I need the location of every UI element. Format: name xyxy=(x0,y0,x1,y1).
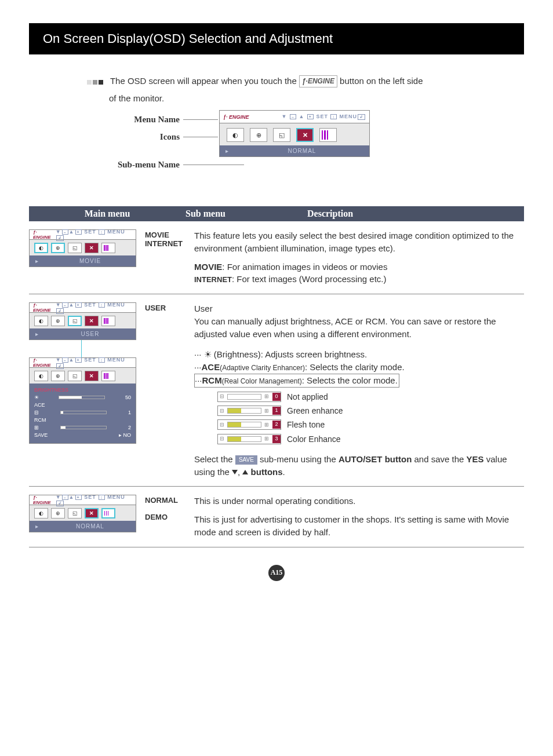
movie-icon: ◐ xyxy=(34,508,48,518)
th-main-menu: Main menu xyxy=(29,209,185,219)
ace-label: ACE xyxy=(34,402,131,408)
internet-icon: ⊕ xyxy=(51,316,65,326)
submenu-movie: MOVIE xyxy=(145,231,194,239)
section-normal: ƒ∙ ENGINE ▼–▲+ SET ↕ MENU↲ ◐ ⊕ ◱ ✕ ▸NORM… xyxy=(29,487,524,547)
osd-preview-main: ƒ∙ ENGINE ▼ – ▲ + SET ↕ MENU↲ ◐ ⊕ ◱ ✕ ▸N… xyxy=(219,110,370,157)
user-icon: ◱ xyxy=(68,508,82,518)
rcm-opt-3: Color Enhance xyxy=(287,433,341,445)
normal-icon: ✕ xyxy=(85,316,99,326)
user-icon: ◱ xyxy=(68,316,82,326)
up-triangle-icon xyxy=(242,470,248,474)
demo-icon xyxy=(101,316,115,326)
user-desc: You can manually adjust brightness, ACE … xyxy=(194,315,518,341)
user-icon: ◱ xyxy=(273,128,290,142)
rcm-opt-1: Green enhance xyxy=(287,405,343,417)
normal-icon: ✕ xyxy=(296,128,314,142)
table-header-row: Main menu Sub menu Description xyxy=(29,206,524,221)
submenu-internet: INTERNET xyxy=(145,239,194,248)
osd-nav-icons: ▼ – ▲ + SET ↕ MENU↲ xyxy=(282,114,366,120)
section-movie: ƒ∙ ENGINE ▼–▲+ SET ↕ MENU↲ ◐ ⊕ ◱ ✕ ▸MOVI… xyxy=(29,221,524,294)
intro-text: The OSD screen will appear when you touc… xyxy=(87,74,524,89)
internet-icon: ⊕ xyxy=(250,128,267,142)
label-icons: Icons xyxy=(133,132,180,142)
demo-desc: This is just for advertising to customer… xyxy=(194,513,518,539)
intro-pre: The OSD screen will appear when you touc… xyxy=(110,76,297,86)
rcm-label: RCM xyxy=(34,417,131,423)
demo-icon xyxy=(101,243,115,253)
submenu-demo: DEMO xyxy=(145,513,194,521)
save-chip: SAVE xyxy=(235,455,257,465)
demo-icon xyxy=(319,128,337,142)
osd-brand: ƒ∙ ENGINE xyxy=(223,114,249,120)
user-select-instruction: Select the SAVE sub-menu using the AUTO/… xyxy=(194,453,518,479)
normal-icon: ✕ xyxy=(85,243,99,253)
th-description: Description xyxy=(272,209,524,219)
rcm-opt-0: Not applied xyxy=(287,391,328,403)
movie-icon: ◐ xyxy=(227,128,244,142)
osd-thumb-brightness: ƒ∙ ENGINE ▼–▲+ SET ↕ MENU↲ ◐ ⊕ ◱ ✕ BRIGH… xyxy=(29,357,136,444)
submenu-normal: NORMAL xyxy=(145,496,194,505)
section-user: ƒ∙ ENGINE ▼–▲+ SET ↕ MENU↲ ◐ ⊕ ◱ ✕ ▸USER… xyxy=(29,294,524,487)
user-title: User xyxy=(194,302,518,315)
page: On Screen Display(OSD) Selection and Adj… xyxy=(0,0,553,598)
osd-thumb-movie: ƒ∙ ENGINE ▼–▲+ SET ↕ MENU↲ ◐ ⊕ ◱ ✕ ▸MOVI… xyxy=(29,229,136,267)
movie-icon: ◐ xyxy=(34,316,48,326)
intro-line-2: of the monitor. xyxy=(109,93,524,103)
th-sub-menu: Sub menu xyxy=(185,209,272,219)
internet-icon: ⊕ xyxy=(51,508,65,518)
movie-desc-1: This feature lets you easily select the … xyxy=(194,229,518,255)
overview-diagram: Menu Name Icons Sub-menu Name ƒ∙ ENGINE … xyxy=(29,108,524,195)
fengine-button-label: ƒ∙ENGINE xyxy=(299,75,337,87)
intro-post: button on the left side xyxy=(340,76,423,86)
down-triangle-icon xyxy=(232,470,238,474)
brightness-label: BRIGHTNESS xyxy=(34,387,131,393)
demo-icon xyxy=(101,508,115,518)
normal-icon: ✕ xyxy=(85,508,99,518)
page-number: A15 xyxy=(268,565,285,581)
rcm-opt-2: Flesh tone xyxy=(287,419,325,430)
page-title: On Screen Display(OSD) Selection and Adj… xyxy=(29,23,524,54)
user-icon: ◱ xyxy=(68,243,82,253)
osd-thumb-normal: ƒ∙ ENGINE ▼–▲+ SET ↕ MENU↲ ◐ ⊕ ◱ ✕ ▸NORM… xyxy=(29,495,136,532)
osd-submenu-text: NORMAL xyxy=(288,148,316,154)
movie-icon: ◐ xyxy=(34,243,48,253)
submenu-user: USER xyxy=(145,304,194,312)
osd-thumb-user: ƒ∙ ENGINE ▼–▲+ SET ↕ MENU↲ ◐ ⊕ ◱ ✕ ▸USER xyxy=(29,302,136,340)
internet-icon: ⊕ xyxy=(51,243,65,253)
label-submenu-name: Sub-menu Name xyxy=(99,160,180,170)
normal-desc: This is under normal operating condition… xyxy=(194,495,518,507)
rcm-option-list: ⊟⊞0Not applied ⊟⊞1Green enhance ⊟⊞2Flesh… xyxy=(217,391,518,445)
label-menu-name: Menu Name xyxy=(110,115,180,125)
